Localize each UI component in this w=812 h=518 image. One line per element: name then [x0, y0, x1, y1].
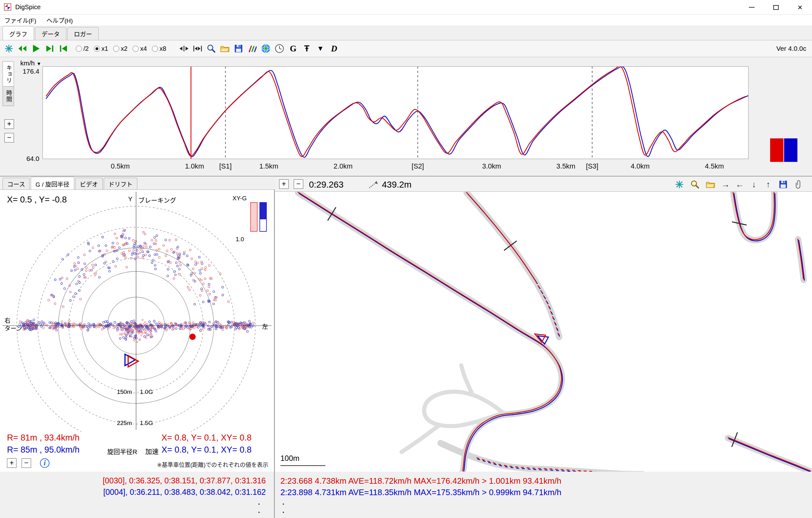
tab-logger[interactable]: ロガー: [67, 27, 99, 40]
menu-file[interactable]: ファイル(F): [4, 16, 36, 24]
tab-drift[interactable]: ドリフト: [104, 178, 137, 190]
marker-pen-button[interactable]: [246, 43, 258, 54]
zoom-button[interactable]: [206, 43, 217, 54]
g-zoom-out-button[interactable]: −: [22, 458, 31, 468]
tab-g-radius[interactable]: G / 旋回半径: [31, 177, 74, 190]
marker-pen-icon: [248, 45, 257, 53]
axis-tab-distance[interactable]: キョリ: [3, 61, 14, 87]
d-display-button[interactable]: D: [328, 43, 340, 54]
tab-data[interactable]: データ: [35, 27, 66, 40]
save-button[interactable]: [233, 43, 244, 54]
cursor-value-red: 93.41: [770, 138, 783, 162]
menu-help[interactable]: ヘルプ(H): [46, 16, 72, 24]
current-g-readout: X= 0.5 , Y= -0.8: [7, 195, 67, 205]
xyg-label: XY-G: [232, 195, 247, 202]
rewind-button[interactable]: [17, 43, 28, 54]
clock-button[interactable]: [274, 43, 285, 54]
svg-text:4.5km: 4.5km: [705, 162, 724, 170]
map-zoom-in-button[interactable]: +: [279, 179, 289, 189]
speed-radio-half[interactable]: /2: [76, 45, 89, 52]
y-min-label: 64.0: [19, 155, 39, 163]
map-cursor-distance: 439.2m: [382, 180, 411, 190]
y-max-label: 176.4: [19, 67, 39, 75]
y-axis-selector[interactable]: km/h ▼: [20, 59, 41, 67]
y-axis-label: Y: [128, 195, 132, 203]
map-link-button[interactable]: [793, 179, 804, 190]
letter-g-icon: G: [290, 44, 296, 54]
bottom-area: コース G / 旋回半径 ビデオ ドリフト X= 0.5 , Y= -0.8 Y…: [0, 177, 812, 518]
overview-button[interactable]: [3, 43, 14, 54]
map-arrow-right-button[interactable]: →: [720, 180, 730, 190]
play-icon: [32, 44, 40, 53]
graph-zoom-in-button[interactable]: +: [4, 119, 14, 129]
radio-icon: [133, 46, 139, 52]
speed-chart[interactable]: 0.5km1.0km[S1]1.5km2.0km[S2]3.0km3.5km[S…: [42, 66, 749, 173]
dropdown-button[interactable]: ▼: [315, 43, 326, 54]
g-zoom-in-button[interactable]: +: [7, 458, 17, 468]
floppy-icon: [779, 180, 787, 189]
map-zoom-tool-button[interactable]: [689, 179, 701, 190]
tab-video[interactable]: ビデオ: [75, 178, 103, 190]
g-display-button[interactable]: G: [287, 43, 299, 54]
step-forward-button[interactable]: [44, 43, 56, 54]
tab-graph[interactable]: グラフ: [3, 26, 34, 40]
play-button[interactable]: [30, 43, 42, 54]
map-toolbar-icons: → ← ↓ ↑: [674, 179, 804, 190]
ring-label-150m: 150m: [101, 388, 132, 396]
speed-radio-x1[interactable]: x1: [94, 45, 108, 52]
axis-tab-time[interactable]: 時間: [3, 86, 14, 106]
right-turn-label: 右 ターン: [4, 317, 22, 333]
g-circle-plot[interactable]: [0, 190, 274, 432]
t-display-button[interactable]: Ŧ: [301, 43, 313, 54]
map-overview-button[interactable]: [674, 179, 685, 190]
letter-d-icon: D: [331, 44, 337, 54]
lap-summary-blue: 2:23.898 4.731km AVE=118.35km/h MAX=175.…: [281, 488, 561, 497]
digspice-window: DigSpice × ファイル(F) ヘルプ(H) グラフ データ ロガー /2…: [0, 0, 812, 518]
ring-label-225m: 225m: [101, 419, 132, 427]
maximize-icon: [773, 5, 779, 10]
speed-radio-x4[interactable]: x4: [133, 45, 147, 52]
track-map[interactable]: [275, 192, 812, 472]
close-button[interactable]: ×: [788, 0, 812, 15]
triangle-down-icon: ▼: [317, 45, 324, 53]
step-forward-icon: [46, 45, 54, 52]
minimize-button[interactable]: [740, 0, 764, 15]
map-arrow-left-button[interactable]: ←: [734, 180, 745, 190]
more-indicator: .: [282, 498, 285, 507]
window-title: DigSpice: [15, 3, 40, 11]
more-indicator: .: [258, 506, 260, 515]
starburst-icon: [5, 45, 13, 53]
map-zoom-out-button[interactable]: −: [294, 179, 303, 189]
info-button[interactable]: i: [40, 458, 50, 468]
g-panel: コース G / 旋回半径 ビデオ ドリフト X= 0.5 , Y= -0.8 Y…: [0, 177, 275, 518]
compress-horizontal-button[interactable]: [192, 43, 203, 54]
map-arrow-down-button[interactable]: ↓: [749, 180, 759, 190]
speed-radio-x2[interactable]: x2: [113, 45, 127, 52]
floppy-icon: [234, 45, 243, 53]
more-indicator: .: [282, 506, 285, 515]
xyg-scale-label: 1.0: [236, 236, 244, 243]
map-scale-bar: [281, 465, 325, 466]
map-scale-label: 100m: [281, 454, 299, 463]
map-arrow-up-button[interactable]: ↑: [763, 180, 773, 190]
map-open-button[interactable]: [705, 179, 716, 190]
lap-times-red: [0030], 0:36.325, 0:38.151, 0:37.877, 0:…: [103, 476, 266, 485]
version-label: Ver 4.0.0c: [776, 45, 806, 52]
google-earth-button[interactable]: [260, 43, 271, 54]
maximize-button[interactable]: [764, 0, 788, 15]
xyg-bar-red-fill: [251, 203, 257, 231]
speed-radio-x8[interactable]: x8: [152, 45, 166, 52]
ring-label-1g: 1.0G: [140, 388, 153, 396]
step-back-button[interactable]: [58, 43, 69, 54]
tab-course[interactable]: コース: [3, 178, 30, 190]
map-save-button[interactable]: [777, 179, 789, 190]
svg-text:3.0km: 3.0km: [482, 162, 501, 170]
cursor-value-blue: 95.09: [784, 138, 798, 162]
svg-text:[S3]: [S3]: [586, 162, 598, 170]
open-file-button[interactable]: [219, 43, 231, 54]
starburst-icon: [675, 180, 684, 189]
map-panel: + − 0:29.263 439.2m → ← ↓ ↑ 100m: [275, 177, 812, 518]
graph-zoom-out-button[interactable]: −: [4, 133, 14, 142]
expand-horizontal-button[interactable]: [178, 43, 190, 54]
svg-text:1.5km: 1.5km: [259, 162, 278, 170]
